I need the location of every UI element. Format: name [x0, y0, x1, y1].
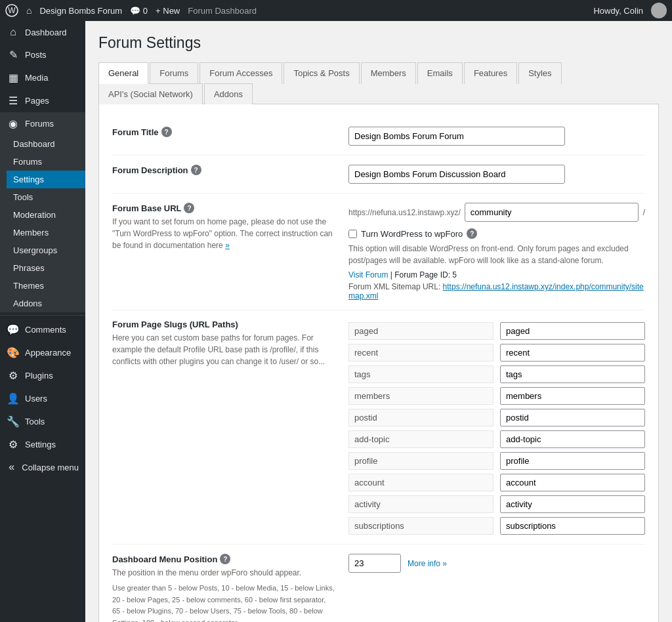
dashboard-menu-position-input[interactable] [348, 554, 401, 573]
forum-description-control [348, 165, 645, 184]
forum-title-input[interactable] [348, 127, 565, 146]
sidebar-item-label: Dashboard [25, 28, 67, 37]
sitemap-url-row: Forum XML Sitemap URL: https://nefuna.us… [348, 282, 645, 301]
forum-base-url-input[interactable] [465, 203, 639, 222]
tab-forums[interactable]: Forums [150, 62, 198, 84]
sidebar-item-forums-members[interactable]: Members [7, 224, 85, 241]
sidebar-item-forums-phrases[interactable]: Phrases [7, 259, 85, 277]
slug-input-tags[interactable] [500, 365, 645, 383]
forum-description-help-icon[interactable]: ? [191, 165, 201, 175]
sidebar-item-forums-dashboard[interactable]: Dashboard [7, 135, 85, 153]
tab-members[interactable]: Members [361, 62, 416, 84]
sidebar-item-forums-settings[interactable]: Settings [7, 171, 85, 188]
admin-comments-icon[interactable]: 💬 0 [130, 6, 148, 16]
sidebar-plugins-label: Plugins [25, 371, 53, 381]
dashboard-menu-position-row: Dashboard Menu Position ? The position i… [112, 545, 645, 622]
dashboard-icon: ⌂ [7, 26, 20, 38]
sidebar-item-label: Forums [25, 119, 54, 129]
forum-page-slugs-control: paged recent tags members postid add-top… [348, 320, 645, 535]
forum-title-label: Forum Title ? [112, 127, 335, 137]
dashboard-menu-position-help-icon[interactable]: ? [220, 554, 230, 564]
sidebar-item-appearance[interactable]: 🎨 Appearance [0, 341, 85, 364]
forums-settings-label: Settings [13, 175, 44, 184]
sidebar-item-pages[interactable]: ☰ Pages [0, 89, 85, 112]
turn-wordpress-help-icon[interactable]: ? [467, 228, 477, 239]
appearance-icon: 🎨 [7, 346, 20, 359]
page-id-label: | Forum Page ID: 5 [390, 270, 457, 280]
tab-api-social[interactable]: API's (Social Network) [98, 83, 203, 104]
slug-input-paged[interactable] [500, 322, 645, 340]
admin-site-name[interactable]: Design Bombs Forum [39, 6, 122, 16]
forums-submenu: Dashboard Forums Settings Tools Moderati… [0, 135, 85, 312]
sidebar-item-forums-themes[interactable]: Themes [7, 277, 85, 295]
slug-label-add-topic: add-topic [348, 430, 494, 448]
dashboard-menu-position-ext-desc: Use greater than 5 - below Posts, 10 - b… [112, 583, 335, 622]
settings-icon: ⚙ [7, 438, 20, 451]
slug-label-profile: profile [348, 452, 494, 470]
sidebar-item-settings[interactable]: ⚙ Settings [0, 433, 85, 456]
admin-new-button[interactable]: + New [156, 6, 180, 16]
slug-input-recent[interactable] [500, 344, 645, 362]
tab-styles[interactable]: Styles [518, 62, 561, 84]
more-info-link[interactable]: More info » [408, 559, 447, 568]
turn-wordpress-checkbox[interactable] [348, 230, 357, 238]
forum-page-slugs-desc: Here you can set custom base paths for f… [112, 332, 335, 367]
sidebar-item-forums-addons[interactable]: Addons [7, 295, 85, 312]
sidebar-item-media[interactable]: ▦ Media [0, 66, 85, 89]
visit-forum-row: Visit Forum | Forum Page ID: 5 [348, 270, 645, 280]
settings-panel: Forum Title ? Forum Description ? [98, 104, 659, 622]
tab-features[interactable]: Features [464, 62, 517, 84]
page-title: Forum Settings [98, 34, 659, 52]
slug-input-add-topic[interactable] [500, 430, 645, 448]
sidebar-item-forums-moderation[interactable]: Moderation [7, 206, 85, 224]
menu-pos-row: More info » [348, 554, 645, 573]
forums-tools-label: Tools [13, 192, 33, 202]
forum-description-input[interactable] [348, 165, 565, 184]
sidebar-item-forums-tools[interactable]: Tools [7, 188, 85, 206]
slug-label-account: account [348, 474, 494, 491]
forum-title-row: Forum Title ? [112, 117, 645, 156]
tabs-bar: General Forums Forum Accesses Topics & P… [98, 62, 659, 104]
slug-label-paged: paged [348, 322, 494, 340]
tab-general[interactable]: General [98, 62, 148, 84]
slug-input-members[interactable] [500, 387, 645, 405]
sidebar-item-collapse[interactable]: « Collapse menu [0, 456, 85, 478]
media-icon: ▦ [7, 72, 20, 84]
documentation-link[interactable]: » [225, 241, 230, 250]
forum-page-slugs-row: Forum Page Slugs (URL Paths) Here you ca… [112, 310, 645, 545]
plugins-icon: ⚙ [7, 369, 20, 382]
admin-user-label: Howdy, Colin [593, 6, 643, 16]
slug-label-subscriptions: subscriptions [348, 517, 494, 535]
svg-text:W: W [8, 6, 16, 15]
tab-addons[interactable]: Addons [204, 83, 253, 104]
sidebar-item-posts[interactable]: ✎ Posts [0, 43, 85, 66]
slug-label-recent: recent [348, 344, 494, 362]
dashboard-menu-position-control: More info » [348, 554, 645, 573]
posts-icon: ✎ [7, 49, 20, 61]
sidebar-item-forums-forums[interactable]: Forums [7, 153, 85, 171]
forum-base-url-help-icon[interactable]: ? [184, 203, 194, 213]
sidebar-item-tools[interactable]: 🔧 Tools [0, 410, 85, 433]
sidebar-item-label: Media [25, 73, 48, 83]
sidebar-item-forums[interactable]: ◉ Forums [0, 112, 85, 135]
forum-title-help-icon[interactable]: ? [161, 127, 172, 137]
sidebar-item-forums-usergroups[interactable]: Usergroups [7, 241, 85, 259]
forums-icon: ◉ [7, 117, 20, 130]
tab-forum-accesses[interactable]: Forum Accesses [200, 62, 282, 84]
slug-label-members: members [348, 387, 494, 405]
slug-input-activity[interactable] [500, 495, 645, 513]
visit-forum-link[interactable]: Visit Forum [348, 270, 388, 280]
slug-input-subscriptions[interactable] [500, 517, 645, 535]
tab-topics-posts[interactable]: Topics & Posts [284, 62, 359, 84]
slug-input-postid[interactable] [500, 409, 645, 426]
slug-input-account[interactable] [500, 474, 645, 491]
forum-description-row: Forum Description ? [112, 156, 645, 194]
forum-base-url-control: https://nefuna.us12.instawp.xyz/ / Turn … [348, 203, 645, 301]
sidebar-item-comments[interactable]: 💬 Comments [0, 318, 85, 341]
sidebar-item-dashboard[interactable]: ⌂ Dashboard [0, 21, 85, 43]
sidebar-item-plugins[interactable]: ⚙ Plugins [0, 364, 85, 387]
tab-emails[interactable]: Emails [417, 62, 463, 84]
sidebar-item-users[interactable]: 👤 Users [0, 387, 85, 410]
forum-base-url-desc: If you want to set forum on home page, p… [112, 216, 335, 251]
slug-input-profile[interactable] [500, 452, 645, 470]
